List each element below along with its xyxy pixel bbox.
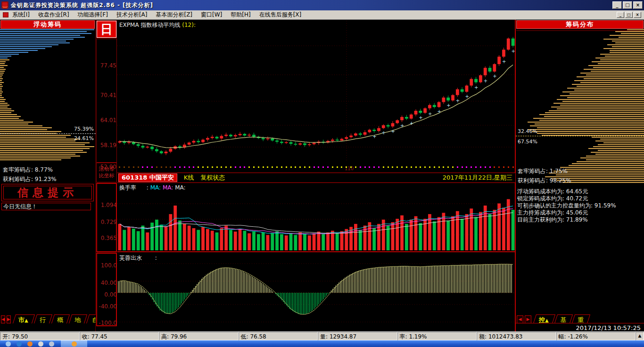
menu-closing-work[interactable]: 收盘作业[R] [38,11,69,19]
menu-window[interactable]: 窗口[W] [201,11,222,19]
buy-signal-mark: + [410,121,413,126]
chip-bar [591,152,644,153]
volume-bar [396,219,399,250]
candle-body [512,39,515,46]
chip-bar [574,80,644,81]
restore-button[interactable]: □ [623,1,632,9]
chip-bar [0,73,4,74]
chip-bar [539,120,644,121]
chip-bar [627,29,644,30]
candlestick-chart[interactable]: ++++++++++++++++ [117,21,515,163]
signal-dot [133,166,134,168]
left-tabs-scroll-left[interactable]: ◀ [1,315,5,323]
child-minimize-button[interactable]: _ [617,12,624,18]
tab-region[interactable]: 地 [68,314,87,323]
signal-dot [299,166,301,168]
candle-body [229,135,232,137]
volume-chart[interactable] [117,183,515,251]
chip-bar [533,118,644,119]
volume-bar [155,220,158,250]
left-tabs-scroll-right[interactable]: ▶ [7,315,11,323]
status-expand-arrow[interactable]: ▲ [636,332,644,340]
stock-code-name[interactable]: 601318 中国平安 [118,174,177,182]
volume-bar [512,210,515,250]
tab-fundamental[interactable]: 基 [554,314,573,323]
chip-bar [0,71,5,72]
chip-bar [584,69,644,70]
signal-dot [318,166,319,168]
oscillator-tick: 0.00 [97,291,117,298]
menu-help[interactable]: 帮助[H] [231,11,250,19]
chip-bar [580,157,644,158]
kline-label[interactable]: K线 [184,174,194,182]
chip-bar [0,137,66,138]
status-close: 收: 77.45 [80,332,159,340]
chip-bar [0,29,94,30]
volume-bar [470,208,473,250]
taskbar-icon[interactable] [6,341,11,347]
signal-dot [225,166,227,168]
volume-bar [488,214,492,250]
buy-signal-mark: + [382,130,386,135]
tab-concept[interactable]: 概 [51,314,69,323]
candle-body [493,64,496,72]
taskbar-icon[interactable] [17,341,22,347]
oscillator-chart[interactable] [117,253,515,330]
taskbar-active-item[interactable] [61,340,87,347]
menu-function-select[interactable]: 功能选择[F] [78,11,108,19]
tab-control[interactable]: 控▲ [533,314,555,323]
chip-bar [610,50,644,51]
candle-body [410,115,413,119]
candle-body [484,68,487,75]
volume-bar [451,216,454,250]
menu-fundamental-analysis[interactable]: 基本面分析[Z] [156,11,192,19]
chip-bar [0,114,17,115]
chip-bar [605,56,644,57]
chip-bar [545,112,644,113]
candle-body [479,75,482,83]
taskbar-icon[interactable] [49,341,54,347]
candle-body [206,138,209,140]
minimize-button[interactable]: _ [612,1,622,9]
menu-system[interactable]: 系统[I] [12,11,30,19]
chip-bar [0,120,24,121]
signal-dot [341,166,342,168]
chip-bar [0,88,2,89]
taskbar-icon[interactable] [27,341,33,347]
chip-bar [539,114,644,115]
candle-body [220,136,223,138]
child-restore-button[interactable]: □ [625,12,633,18]
volume-bar [220,228,223,250]
candle-body [127,142,131,143]
candle-body [201,140,205,142]
close-button[interactable]: × [633,1,643,9]
menu-technical-analysis[interactable]: 技术分析[A] [116,11,148,19]
fq-status-label[interactable]: 复权状态 [200,174,225,182]
signal-dot [420,166,421,168]
right-tabs-scroll-right[interactable]: ▶ [525,315,531,323]
signal-dot [337,166,338,168]
volume-bar [405,224,408,250]
menu-online-service[interactable]: 在线售后服务[X] [259,11,302,19]
candle-body [438,102,441,107]
scale-mode-label[interactable]: 活动等 比坐标 [96,163,117,182]
candle-body [160,151,163,153]
chip-bar [0,59,9,60]
volume-bar [280,234,283,250]
chip-bar [560,105,644,106]
period-day-badge[interactable]: 日 [97,21,116,38]
tab-market[interactable]: 市▲ [13,314,35,323]
volume-bar [141,226,145,250]
chip-bar [0,76,2,77]
signal-dot [156,166,157,168]
chip-bar [0,33,91,34]
candle-body [354,133,357,135]
candle-body [215,137,219,139]
child-close-button[interactable]: × [634,12,641,18]
volume-bar [165,227,168,250]
tab-weight[interactable]: 重 [572,314,590,323]
right-tabs-scroll-left[interactable]: ◀ [517,315,523,323]
left-profit-chips: 获利筹码占: 91.23% [3,175,57,183]
tab-industry[interactable]: 行 [33,314,52,323]
taskbar-icon[interactable] [38,341,43,347]
